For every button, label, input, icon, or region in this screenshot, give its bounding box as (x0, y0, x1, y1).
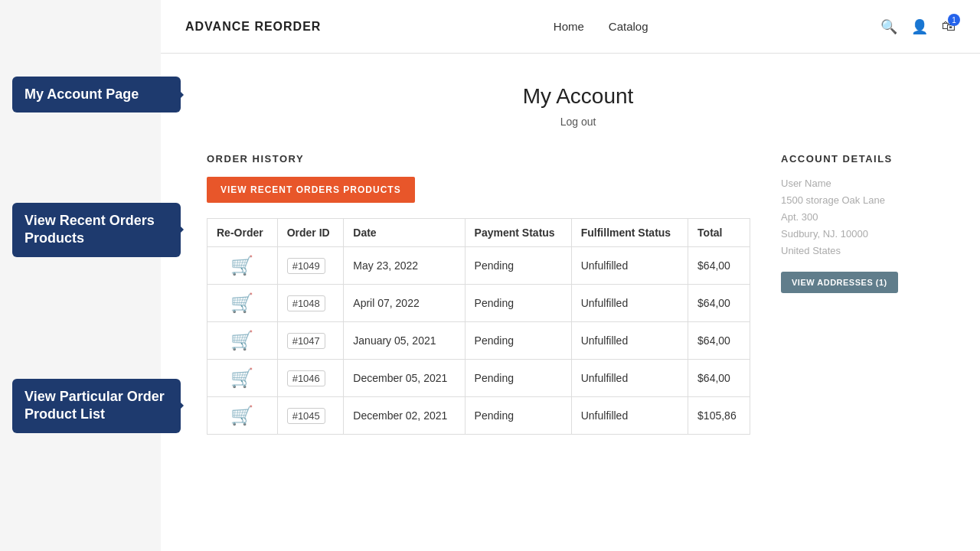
table-row: 🛒 #1047 January 05, 2021 Pending Unfulfi… (207, 322, 750, 360)
cell-date-2: January 05, 2021 (344, 322, 465, 360)
cell-id-4: #1045 (277, 397, 344, 435)
order-id-badge-0[interactable]: #1049 (287, 258, 325, 274)
sidebar-annotations: My Account Page View Recent Orders Produ… (0, 54, 161, 551)
cell-id-0: #1049 (277, 247, 344, 285)
account-addr4: United States (781, 243, 949, 259)
cell-payment-0: Pending (465, 247, 571, 285)
account-addr3: Sudbury, NJ. 10000 (781, 226, 949, 243)
main-content: My Account Log out ORDER HISTORY VIEW RE… (161, 54, 980, 551)
cell-total-0: $64,00 (688, 247, 750, 285)
table-row: 🛒 #1045 December 02, 2021 Pending Unfulf… (207, 397, 750, 435)
account-section: ACCOUNT DETAILS User Name 1500 storage O… (781, 153, 949, 435)
page-title: My Account (207, 84, 949, 109)
col-payment: Payment Status (465, 219, 571, 247)
cart-badge: 1 (948, 14, 960, 26)
cell-fulfillment-0: Unfulfilled (571, 247, 688, 285)
orders-table: Re-Order Order ID Date Payment Status Fu… (207, 218, 750, 435)
account-button[interactable]: 👤 (911, 18, 928, 35)
col-date: Date (344, 219, 465, 247)
navbar-icons: 🔍 👤 🛍 1 (880, 18, 956, 35)
user-icon: 👤 (911, 19, 928, 34)
order-id-badge-3[interactable]: #1046 (287, 370, 325, 386)
cell-date-0: May 23, 2022 (344, 247, 465, 285)
cell-payment-1: Pending (465, 285, 571, 322)
order-id-badge-1[interactable]: #1048 (287, 295, 325, 311)
cell-fulfillment-3: Unfulfilled (571, 360, 688, 397)
col-fulfillment: Fulfillment Status (571, 219, 688, 247)
annotation-my-account: My Account Page (12, 77, 181, 112)
cell-fulfillment-1: Unfulfilled (571, 285, 688, 322)
cell-total-1: $64,00 (688, 285, 750, 322)
account-address: User Name 1500 storage Oak Lane Apt. 300… (781, 175, 949, 259)
nav-home[interactable]: Home (554, 20, 584, 33)
cell-total-2: $64,00 (688, 322, 750, 360)
cart-emoji-3: 🛒 (230, 367, 253, 388)
cell-payment-2: Pending (465, 322, 571, 360)
cell-fulfillment-2: Unfulfilled (571, 322, 688, 360)
cell-date-3: December 05, 2021 (344, 360, 465, 397)
navbar: ADVANCE REORDER Home Catalog 🔍 👤 🛍 1 (161, 0, 980, 54)
account-details-heading: ACCOUNT DETAILS (781, 153, 949, 165)
orders-tbody: 🛒 #1049 May 23, 2022 Pending Unfulfilled… (207, 247, 750, 435)
annotation-view-recent: View Recent Orders Products (12, 203, 181, 257)
col-reorder: Re-Order (207, 219, 278, 247)
cell-reorder-4[interactable]: 🛒 (207, 397, 278, 435)
cell-payment-3: Pending (465, 360, 571, 397)
cell-fulfillment-4: Unfulfilled (571, 397, 688, 435)
cell-reorder-2[interactable]: 🛒 (207, 322, 278, 360)
table-row: 🛒 #1048 April 07, 2022 Pending Unfulfill… (207, 285, 750, 322)
logout-link[interactable]: Log out (560, 116, 596, 128)
cell-date-4: December 02, 2021 (344, 397, 465, 435)
table-row: 🛒 #1049 May 23, 2022 Pending Unfulfilled… (207, 247, 750, 285)
nav-catalog[interactable]: Catalog (609, 20, 648, 33)
col-order-id: Order ID (277, 219, 344, 247)
cell-id-1: #1048 (277, 285, 344, 322)
cell-total-4: $105,86 (688, 397, 750, 435)
cart-button[interactable]: 🛍 1 (942, 18, 956, 34)
account-addr1: 1500 storage Oak Lane (781, 192, 949, 209)
cart-emoji-2: 🛒 (230, 330, 253, 350)
table-header: Re-Order Order ID Date Payment Status Fu… (207, 219, 750, 247)
orders-section: ORDER HISTORY VIEW RECENT ORDERS PRODUCT… (207, 153, 750, 435)
cart-emoji-4: 🛒 (230, 405, 253, 425)
cell-payment-4: Pending (465, 397, 571, 435)
cell-total-3: $64,00 (688, 360, 750, 397)
cart-emoji-1: 🛒 (230, 292, 253, 313)
cell-id-2: #1047 (277, 322, 344, 360)
cell-reorder-1[interactable]: 🛒 (207, 285, 278, 322)
logout-section: Log out (207, 115, 949, 129)
view-recent-orders-button[interactable]: VIEW RECENT ORDERS PRODUCTS (207, 177, 415, 203)
table-row: 🛒 #1046 December 05, 2021 Pending Unfulf… (207, 360, 750, 397)
search-button[interactable]: 🔍 (880, 18, 897, 35)
search-icon: 🔍 (880, 19, 897, 34)
col-total: Total (688, 219, 750, 247)
account-name: User Name (781, 175, 949, 192)
nav-links: Home Catalog (554, 20, 648, 33)
annotation-view-particular: View Particular Order Product List (12, 379, 181, 433)
orders-heading: ORDER HISTORY (207, 153, 750, 165)
content-columns: ORDER HISTORY VIEW RECENT ORDERS PRODUCT… (207, 153, 949, 435)
cell-date-1: April 07, 2022 (344, 285, 465, 322)
cell-reorder-0[interactable]: 🛒 (207, 247, 278, 285)
cart-emoji-0: 🛒 (230, 255, 253, 276)
view-addresses-button[interactable]: VIEW ADDRESSES (1) (781, 272, 898, 293)
brand-logo: ADVANCE REORDER (185, 20, 321, 34)
cell-reorder-3[interactable]: 🛒 (207, 360, 278, 397)
cell-id-3: #1046 (277, 360, 344, 397)
order-id-badge-4[interactable]: #1045 (287, 408, 325, 424)
account-addr2: Apt. 300 (781, 209, 949, 226)
order-id-badge-2[interactable]: #1047 (287, 333, 325, 349)
page-wrapper: My Account Page View Recent Orders Produ… (0, 54, 980, 551)
